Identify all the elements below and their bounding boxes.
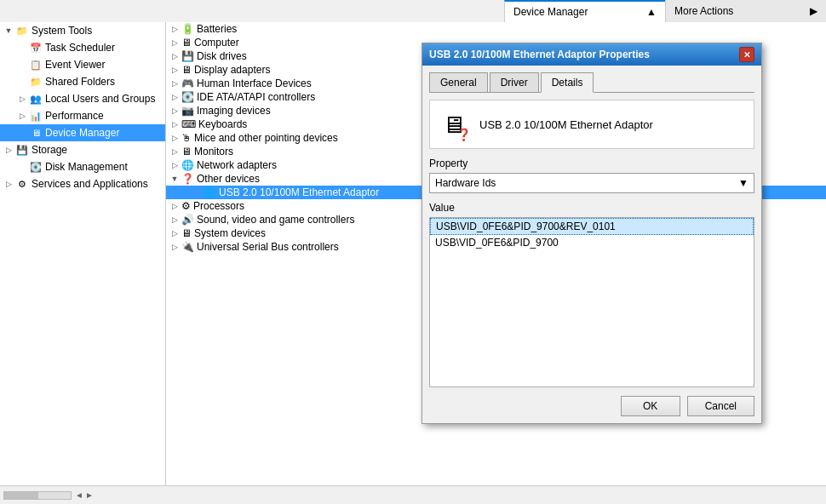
expand-disk-drives[interactable]: ▷ [169, 51, 180, 61]
expand-hid[interactable]: ▷ [169, 78, 180, 89]
tree-item-event-viewer[interactable]: 📋 Event Viewer [0, 56, 165, 73]
ide-label: IDE ATA/ATAPI controllers [197, 91, 315, 103]
expand-system-tools[interactable]: ▼ [3, 26, 14, 36]
value-label: Value [429, 202, 754, 214]
expand-keyboards[interactable]: ▷ [169, 119, 180, 129]
disk-management-label: Disk Management [45, 161, 128, 173]
property-label: Property [429, 158, 754, 169]
expand-disk-management [17, 162, 27, 172]
property-selected-value: Hardware Ids [435, 177, 496, 189]
processors-icon: ⚙ [181, 200, 191, 212]
task-scheduler-label: Task Scheduler [45, 42, 115, 54]
mice-label: Mice and other pointing devices [194, 132, 338, 144]
services-apps-icon: ⚙ [15, 177, 29, 191]
device-header: 🖥 ❓ USB 2.0 10/100M Ethernet Adaptor [429, 100, 754, 149]
tab-general[interactable]: General [429, 72, 488, 92]
tree-item-shared-folders[interactable]: 📁 Shared Folders [0, 73, 165, 90]
expand-storage[interactable]: ▷ [3, 145, 14, 155]
more-actions-header[interactable]: More Actions ▶ [665, 0, 826, 22]
expand-mice[interactable]: ▷ [169, 133, 180, 143]
scroll-arrow-left[interactable]: ◄ [75, 490, 83, 500]
event-viewer-icon: 📋 [29, 58, 43, 72]
expand-monitors[interactable]: ▷ [169, 146, 180, 157]
expand-task-scheduler [17, 43, 27, 53]
ok-button[interactable]: OK [621, 396, 680, 416]
dialog-buttons: OK Cancel [429, 396, 754, 416]
collapse-arrow[interactable]: ▲ [646, 6, 657, 18]
expand-other[interactable]: ▼ [169, 174, 180, 184]
expand-ide[interactable]: ▷ [169, 92, 180, 102]
computer-icon: 🖥 [181, 37, 192, 49]
property-dropdown[interactable]: Hardware Ids ▼ [429, 173, 754, 193]
tree-item-disk-management[interactable]: 💽 Disk Management [0, 158, 165, 175]
monitors-icon: 🖥 [181, 146, 192, 158]
expand-event-viewer [17, 60, 27, 70]
value-item-1[interactable]: USB\VID_0FE6&PID_9700&REV_0101 [430, 218, 754, 235]
expand-display[interactable]: ▷ [169, 65, 180, 75]
tab-driver-label: Driver [501, 77, 528, 89]
monitors-label: Monitors [194, 146, 233, 158]
tree-item-performance[interactable]: ▷ 📊 Performance [0, 107, 165, 124]
device-manager-panel-header: Device Manager ▲ [504, 0, 665, 22]
expand-computer[interactable]: ▷ [169, 37, 180, 48]
cancel-button[interactable]: Cancel [687, 396, 754, 416]
local-users-label: Local Users and Groups [45, 93, 155, 105]
event-viewer-label: Event Viewer [45, 59, 105, 71]
device-badge-icon: ❓ [456, 128, 471, 141]
keyboards-label: Keyboards [198, 118, 247, 130]
value-item-2[interactable]: USB\VID_0FE6&PID_9700 [430, 235, 754, 250]
expand-sound[interactable]: ▷ [169, 215, 180, 225]
value-item-1-text: USB\VID_0FE6&PID_9700&REV_0101 [436, 220, 616, 232]
performance-label: Performance [45, 110, 104, 122]
tab-details-label: Details [552, 77, 583, 89]
keyboards-icon: ⌨ [181, 118, 196, 130]
disk-drives-icon: 💾 [181, 50, 194, 62]
expand-services-apps[interactable]: ▷ [3, 179, 14, 189]
tab-driver[interactable]: Driver [490, 72, 539, 92]
imaging-icon: 📷 [181, 105, 194, 117]
tab-details[interactable]: Details [541, 72, 594, 93]
shared-folders-icon: 📁 [29, 75, 43, 89]
network-icon: 🌐 [181, 159, 194, 171]
computer-label: Computer [194, 37, 239, 49]
dialog-title: USB 2.0 10/100M Ethernet Adaptor Propert… [429, 49, 650, 60]
expand-usb-ctrl[interactable]: ▷ [169, 242, 180, 252]
dialog-close-button[interactable]: ✕ [739, 47, 754, 62]
disk-drives-label: Disk drives [197, 50, 247, 62]
usb-eth-label: USB 2.0 10/100M Ethernet Adaptor [219, 186, 379, 198]
tree-item-storage[interactable]: ▷ 💾 Storage [0, 141, 165, 158]
status-bar: ◄ ► [0, 485, 826, 504]
network-label: Network adapters [197, 159, 277, 171]
dialog-titlebar: USB 2.0 10/100M Ethernet Adaptor Propert… [422, 43, 761, 66]
system-devices-label: System devices [194, 227, 266, 239]
usb-eth-icon: 🌐 [204, 186, 216, 198]
scroll-arrow-right[interactable]: ► [85, 490, 94, 500]
hid-label: Human Interface Devices [197, 77, 312, 89]
expand-batteries[interactable]: ▷ [169, 24, 180, 34]
usb-ctrl-label: Universal Serial Bus controllers [197, 241, 339, 253]
tree-item-task-scheduler[interactable]: 📅 Task Scheduler [0, 39, 165, 56]
tree-item-system-tools[interactable]: ▼ 📁 System Tools [0, 22, 165, 39]
device-icon-area: 🖥 ❓ [437, 107, 471, 141]
tree-item-local-users[interactable]: ▷ 👥 Local Users and Groups [0, 90, 165, 107]
expand-processors[interactable]: ▷ [169, 201, 180, 211]
sound-icon: 🔊 [181, 214, 194, 226]
expand-network[interactable]: ▷ [169, 160, 180, 170]
dialog-body: General Driver Details 🖥 ❓ USB 2.0 10/10… [422, 66, 761, 423]
sound-label: Sound, video and game controllers [197, 214, 354, 226]
ide-icon: 💽 [181, 91, 194, 103]
local-users-icon: 👥 [29, 92, 43, 106]
action-bar: Device Manager ▲ More Actions ▶ [0, 0, 826, 22]
device-manager-panel-label: Device Manager [513, 6, 588, 18]
horizontal-scrollbar[interactable] [3, 491, 72, 500]
device-tree-batteries[interactable]: ▷ 🔋 Batteries [166, 22, 826, 36]
shared-folders-label: Shared Folders [45, 76, 115, 88]
tree-item-services-apps[interactable]: ▷ ⚙ Services and Applications [0, 175, 165, 192]
usb-ctrl-icon: 🔌 [181, 241, 194, 253]
expand-imaging[interactable]: ▷ [169, 106, 180, 116]
expand-system-devices[interactable]: ▷ [169, 228, 180, 238]
batteries-label: Batteries [197, 23, 237, 35]
tree-item-device-manager[interactable]: 🖥 Device Manager [0, 124, 165, 141]
other-label: Other devices [197, 173, 260, 185]
display-icon: 🖥 [181, 64, 192, 76]
